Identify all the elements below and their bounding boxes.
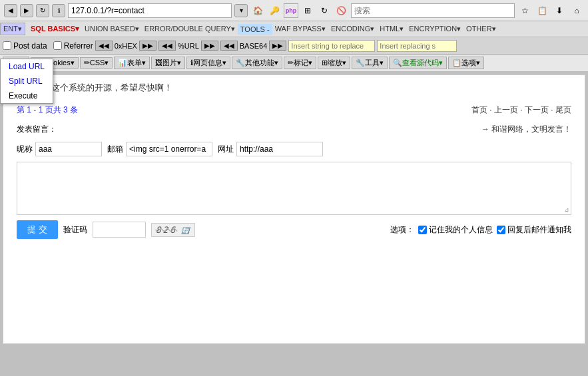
post-data-label: Post data [13, 41, 47, 51]
dropdown-arrow[interactable]: ▾ [234, 4, 248, 17]
execute-item[interactable]: Execute [1, 89, 53, 103]
remember-me-text: 记住我的个人信息 [429, 224, 493, 236]
notify-me-checkbox[interactable] [497, 226, 505, 234]
star-icon[interactable]: ☆ [517, 3, 532, 18]
hex-encode-right[interactable]: ▶▶ [139, 41, 156, 51]
url-encode-right[interactable]: ▶▶ [201, 41, 218, 51]
submit-button[interactable]: 提 交 [17, 220, 58, 239]
comment-textarea-wrap: ⊿ [17, 162, 571, 215]
submit-row: 提 交 验证码 826 🔄 选项： 记住我的个人信息 回复后邮件通知我 [17, 220, 571, 239]
download-icon[interactable]: ⬇ [552, 3, 567, 18]
php-icon[interactable]: php [284, 3, 298, 18]
prev-page-link[interactable]: 上一页 [494, 105, 518, 114]
page-info: 第 1 - 1 页共 3 条 [17, 104, 78, 116]
referrer-label: Referrer [64, 41, 93, 51]
other-menu[interactable]: OTHER▾ [463, 23, 499, 35]
browser-icons: 🏠 🔑 php ⊞ ↻ 🚫 [250, 3, 348, 18]
referrer-checkbox[interactable] [53, 41, 62, 50]
tools-menu[interactable]: TOOLS - [238, 24, 272, 35]
remember-me-checkbox[interactable] [418, 226, 427, 234]
comment-textarea[interactable] [17, 162, 571, 214]
stop-icon[interactable]: 🚫 [334, 3, 348, 18]
hex-encode-left[interactable]: ◀◀ [95, 41, 113, 51]
post-data-checkbox[interactable] [3, 41, 11, 50]
url-input[interactable] [68, 3, 232, 18]
tools-dropdown-panel: Load URL Split URL Execute [0, 59, 53, 104]
options-btn[interactable]: 📋选项▾ [448, 57, 484, 69]
remember-me-label[interactable]: 记住我的个人信息 [418, 224, 493, 236]
images-btn[interactable]: 🖼图片▾ [151, 57, 185, 69]
next-page-link[interactable]: 下一页 [525, 105, 549, 114]
first-page-link[interactable]: 首页 [471, 105, 487, 114]
base64-encode-left[interactable]: ◀◀ [220, 41, 238, 51]
load-url-item[interactable]: Load URL [1, 59, 53, 74]
os-icon[interactable]: ⊞ [300, 3, 315, 18]
home2-icon[interactable]: ⌂ [569, 3, 584, 18]
notify-me-text: 回复后邮件通知我 [507, 224, 571, 236]
ent-dropdown[interactable]: ENT▾ [0, 23, 25, 35]
menu-bar: ENT▾ SQL BASICS▾ UNION BASED▾ ERROR/DOUB… [0, 21, 588, 37]
post-data-checkbox-label[interactable]: Post data [3, 41, 47, 51]
encryption-menu[interactable]: ENCRYPTION▾ [406, 23, 463, 35]
comment-header: 发表留言： → 和谐网络，文明发言！ [17, 124, 571, 135]
url-input[interactable] [236, 142, 323, 156]
tools-label: TOOLS - [240, 25, 270, 33]
zoom-btn[interactable]: ⊞缩放▾ [318, 57, 350, 69]
info-button[interactable]: ℹ [52, 4, 65, 17]
nickname-input[interactable] [35, 142, 102, 156]
secondary-toolbar: 禁用▾ 🔑Cookies▾ ✏CSS▾ 📊表单▾ 🖼图片▾ ℹ网页信息▾ 🔧其他… [0, 55, 588, 72]
page-text: 正在等待这个系统的开源，希望尽快啊！ [17, 82, 571, 94]
error-query-menu[interactable]: ERROR/DOUBLE QUERY▾ [142, 23, 238, 35]
captcha-display: 826 [156, 225, 177, 235]
page-nav: 首页 · 上一页 · 下一页 · 尾页 [471, 104, 571, 116]
options-row: 选项： 记住我的个人信息 回复后邮件通知我 [390, 224, 571, 236]
encode-toolbar: Post data Referrer ◀◀ 0xHEX ▶▶ ◀◀ %URL ▶… [0, 37, 588, 55]
reload-button[interactable]: ↻ [36, 4, 49, 17]
captcha-input[interactable] [93, 222, 146, 238]
replace-string-input[interactable] [288, 40, 375, 52]
last-page-link[interactable]: 尾页 [555, 105, 571, 114]
split-url-item[interactable]: Split URL [1, 74, 53, 89]
nickname-field: 昵称 [17, 142, 102, 156]
search-input[interactable] [351, 3, 515, 18]
mark-btn[interactable]: ✏标记▾ [284, 57, 316, 69]
css-btn[interactable]: ✏CSS▾ [80, 57, 113, 69]
pagination: 第 1 - 1 页共 3 条 首页 · 上一页 · 下一页 · 尾页 [17, 104, 571, 116]
comment-right-text: → 和谐网络，文明发言！ [481, 124, 571, 135]
hex-label: 0xHEX [115, 42, 137, 50]
captcha-image: 826 🔄 [151, 223, 195, 237]
page-info-btn[interactable]: ℹ网页信息▾ [186, 57, 230, 69]
replacing-string-input[interactable] [377, 40, 457, 52]
url-encode-left[interactable]: ◀◀ [158, 41, 176, 51]
options-label: 选项： [390, 224, 414, 236]
base64-encode-right[interactable]: ▶▶ [269, 41, 286, 51]
html-menu[interactable]: HTML▾ [377, 23, 406, 35]
nickname-label: 昵称 [17, 144, 33, 155]
browser-toolbar: ◀ ▶ ↻ ℹ ▾ 🏠 🔑 php ⊞ ↻ 🚫 ☆ 📋 ⬇ ⌂ [0, 0, 588, 21]
notify-me-label[interactable]: 回复后邮件通知我 [497, 224, 571, 236]
captcha-label: 验证码 [63, 224, 87, 236]
encoding-menu[interactable]: ENCODING▾ [328, 23, 377, 35]
reload2-button[interactable]: ↻ [317, 3, 332, 18]
back-button[interactable]: ◀ [4, 4, 17, 17]
captcha-refresh-icon[interactable]: 🔄 [181, 227, 190, 234]
referrer-checkbox-label[interactable]: Referrer [53, 41, 93, 51]
waf-bypass-menu[interactable]: WAF BYPASS▾ [272, 23, 328, 35]
misc-btn[interactable]: 🔧其他功能▾ [232, 57, 282, 69]
tools-btn[interactable]: 🔧工具▾ [352, 57, 388, 69]
forms-btn[interactable]: 📊表单▾ [114, 57, 150, 69]
resize-handle-icon: ⊿ [564, 206, 569, 213]
key-icon[interactable]: 🔑 [267, 3, 282, 18]
email-input[interactable] [126, 142, 212, 156]
url-field: 网址 [218, 142, 323, 156]
union-based-menu[interactable]: UNION BASED▾ [82, 23, 142, 35]
source-btn[interactable]: 🔍查看源代码▾ [389, 57, 447, 69]
comment-label: 发表留言： [17, 124, 57, 135]
bookmark-icon[interactable]: 📋 [535, 3, 549, 18]
home-icon[interactable]: 🏠 [250, 3, 265, 18]
form-row-1: 昵称 邮箱 网址 [17, 142, 571, 156]
main-content: 正在等待这个系统的开源，希望尽快啊！ 第 1 - 1 页共 3 条 首页 · 上… [3, 75, 585, 344]
sql-basics-menu[interactable]: SQL BASICS▾ [28, 23, 82, 35]
url-label: 网址 [218, 144, 234, 155]
forward-button[interactable]: ▶ [20, 4, 33, 17]
